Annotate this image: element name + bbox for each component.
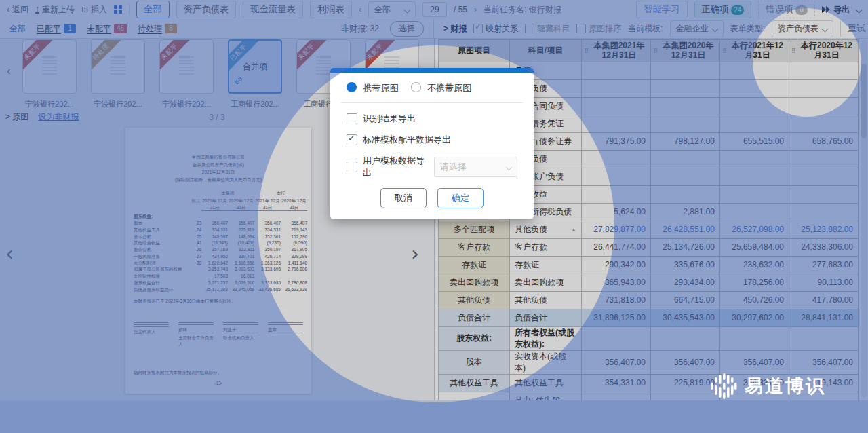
radio-unselected-icon: [411, 82, 421, 92]
standard-checkbox-box: [347, 134, 357, 145]
user-template-placeholder: 请选择: [440, 161, 467, 173]
confirm-button[interactable]: 确定: [437, 188, 484, 208]
radio-without-origin-label: 不携带原图: [427, 83, 471, 93]
export-dialog: 携带原图 不携带原图 识别结果导出 标准模板配平数据导出 用户模板数据导出: [330, 68, 534, 219]
dialog-header-bar: [330, 68, 534, 73]
brand-name: 易道博识: [745, 374, 826, 398]
cancel-button[interactable]: 取消: [380, 188, 427, 208]
radio-with-origin[interactable]: 携带原图: [347, 82, 399, 94]
recognition-checkbox-box: [347, 113, 357, 124]
user-template-label: 用户模板数据导出: [363, 155, 426, 179]
app-window: ‹ 返回 ↑ 重新上传 ⊞ 插入 全部 资产负债表 现金流量表 利润表 ‹ 全部…: [0, 0, 868, 433]
radio-without-origin[interactable]: 不携带原图: [411, 82, 472, 94]
user-template-checkbox[interactable]: 用户模板数据导出 请选择: [347, 155, 517, 179]
standard-template-label: 标准模板配平数据导出: [363, 134, 451, 146]
radio-with-origin-label: 携带原图: [363, 83, 399, 93]
radio-selected-icon: [347, 82, 357, 92]
user-template-select[interactable]: 请选择: [434, 157, 517, 177]
brand-wave-icon: [709, 372, 738, 400]
user-checkbox-box: [347, 162, 357, 172]
dialog-divider: [341, 102, 523, 103]
recognition-export-checkbox[interactable]: 识别结果导出: [347, 113, 517, 125]
brand-logo: 易道博识: [709, 372, 826, 400]
recognition-export-label: 识别结果导出: [363, 113, 416, 125]
standard-template-checkbox[interactable]: 标准模板配平数据导出: [347, 134, 517, 146]
